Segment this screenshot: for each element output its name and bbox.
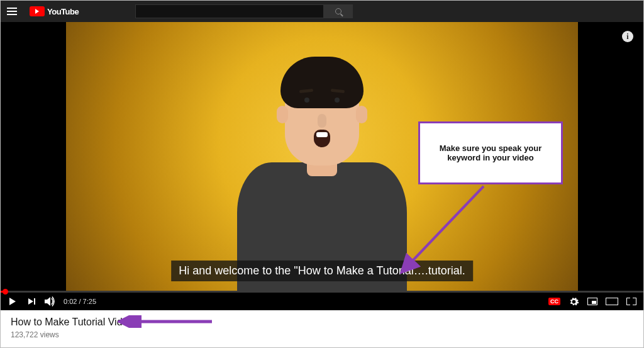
next-icon [28, 298, 35, 305]
hamburger-menu-icon[interactable] [7, 4, 21, 18]
time-display: 0:02 / 7:25 [64, 298, 96, 305]
app-frame: YouTube i Hi and welcome to t [0, 0, 644, 348]
time-total: 7:25 [83, 298, 96, 305]
search-input[interactable] [135, 4, 324, 18]
video-title: How to Make Tutorial Videos [11, 317, 633, 328]
player-controls: 0:02 / 7:25 CC [1, 293, 643, 310]
annotation-callout: Make sure you speak your keyword in your… [418, 121, 563, 184]
time-current: 0:02 [64, 298, 77, 305]
masthead: YouTube [1, 1, 643, 22]
fullscreen-button[interactable] [626, 293, 637, 310]
cc-icon: CC [548, 298, 560, 305]
youtube-play-icon [30, 6, 45, 16]
miniplayer-icon [587, 298, 597, 305]
closed-caption-text: Hi and welcome to the "How to Make a Tut… [171, 261, 473, 281]
search-form [135, 4, 353, 18]
youtube-logo[interactable]: YouTube [30, 6, 79, 16]
annotation-callout-text: Make sure you speak your keyword in your… [429, 143, 552, 162]
settings-button[interactable] [568, 293, 579, 310]
next-button[interactable] [26, 293, 37, 310]
volume-button[interactable] [45, 293, 56, 310]
search-button[interactable] [324, 4, 353, 18]
miniplayer-button[interactable] [587, 293, 598, 310]
play-button[interactable] [7, 293, 18, 310]
video-player[interactable]: i Hi and welcome to the "How to Make a T… [1, 22, 643, 310]
fullscreen-icon [627, 298, 636, 305]
info-card-icon[interactable]: i [622, 31, 633, 42]
svg-marker-1 [45, 297, 50, 306]
play-icon [9, 298, 16, 305]
video-meta: How to Make Tutorial Videos 123,722 view… [1, 310, 643, 347]
gear-icon [569, 296, 579, 307]
theater-icon [606, 298, 618, 305]
volume-icon [45, 296, 56, 306]
theater-mode-button[interactable] [606, 293, 618, 310]
search-icon [335, 8, 341, 14]
video-views: 123,722 views [11, 330, 633, 339]
cc-button[interactable]: CC [548, 293, 560, 310]
youtube-wordmark: YouTube [47, 7, 79, 16]
